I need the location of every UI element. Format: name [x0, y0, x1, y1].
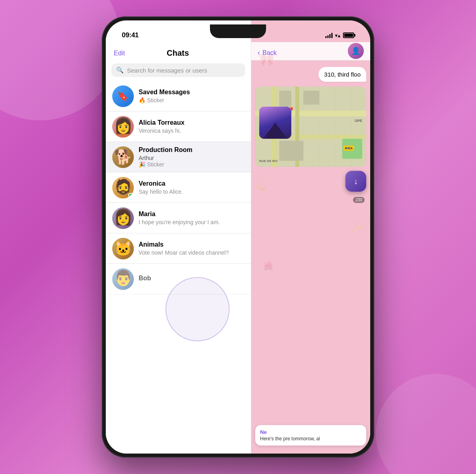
online-indicator [128, 193, 133, 198]
media-row: ↓ 230 [255, 171, 366, 205]
bookmark-icon: 🔖 [117, 91, 129, 102]
chat-item-production[interactable]: Production Room Arthur 🎉 Sticker [106, 142, 251, 172]
chat-preview-animals: Vote now! Moar cat videos channel? [139, 249, 244, 256]
avatar-saved: 🔖 [112, 85, 134, 107]
chat-preview-production: Arthur 🎉 Sticker [139, 155, 244, 168]
phone-screen: 09:41 ▾▴ Edit Chats [106, 20, 370, 454]
chat-info-maria: Maria I hope you're enjoying your I am. [139, 211, 244, 225]
chat-sticker-production: 🎉 Sticker [139, 161, 164, 168]
chat-name-alicia: Alicia Torreaux [139, 119, 244, 126]
status-icons: ▾▴ [325, 32, 354, 38]
right-content: 310, third floo [251, 61, 370, 454]
map-block-2 [303, 91, 319, 105]
chat-name-bob: Bob [139, 275, 244, 282]
chat-item-animals[interactable]: Animals Vote now! Moar cat videos channe… [106, 233, 251, 264]
address-text: 310, third floo [324, 71, 361, 78]
map-block-1 [279, 91, 291, 107]
download-count: 230 [353, 197, 365, 203]
rue-label: RUE DE RIV [259, 159, 278, 163]
wifi-icon: ▾▴ [335, 32, 341, 38]
search-placeholder: Search for messages or users [127, 67, 207, 74]
ikea-label: IKEA [345, 146, 353, 150]
chat-name-saved: Saved Messages [139, 89, 244, 96]
phone-frame: 09:41 ▾▴ Edit Chats [102, 16, 374, 458]
ikea-badge: IKEA [343, 146, 354, 151]
battery-icon [343, 32, 354, 38]
status-time: 09:41 [122, 31, 139, 39]
avatar-veronica [112, 177, 134, 199]
address-bubble: 310, third floo [319, 67, 366, 82]
chat-info-alicia: Alicia Torreaux Veronica says hi. [139, 119, 244, 134]
image-preview[interactable] [259, 107, 291, 139]
chat-item-bob[interactable]: Bob [106, 264, 251, 294]
download-button[interactable]: ↓ [345, 171, 366, 192]
chats-panel: Edit Chats 🔍 Search for messages or user… [106, 20, 251, 454]
chat-name-animals: Animals [139, 241, 244, 248]
chat-item-veronica[interactable]: Veronica Say hello to Alice. [106, 172, 251, 203]
chat-item-maria[interactable]: Maria I hope you're enjoying your I am. [106, 203, 251, 233]
search-bar[interactable]: 🔍 Search for messages or users [111, 63, 245, 77]
chat-sender-production: Arthur [139, 155, 154, 161]
chat-info-bob: Bob [139, 275, 244, 283]
chat-info-production: Production Room Arthur 🎉 Sticker [139, 146, 244, 168]
chat-preview-maria: I hope you're enjoying your I am. [139, 219, 244, 225]
chat-preview-veronica: Say hello to Alice. [139, 188, 244, 195]
signal-icon [325, 32, 333, 38]
chat-name-production: Production Room [139, 146, 244, 154]
avatar-production [112, 146, 134, 168]
chat-info-saved: Saved Messages 🔥 Sticker [139, 89, 244, 103]
count-text: 230 [355, 198, 362, 202]
notch [210, 24, 266, 38]
chat-item-alicia[interactable]: Alicia Torreaux Veronica says hi. [106, 111, 251, 142]
chats-title: Chats [125, 49, 231, 58]
download-arrow-icon: ↓ [354, 177, 358, 186]
avatar-bob [112, 268, 134, 290]
chat-avatar-icon: 👤 [351, 47, 360, 55]
chat-name-maria: Maria [139, 211, 244, 218]
right-panel: 🎀 👻 🦋 🌸 💫 ✨ 🌺 ‹ Back 👤 [251, 20, 370, 454]
avatar-animals [112, 238, 134, 259]
avatar-alicia [112, 116, 134, 138]
ope-label: OPE [355, 119, 362, 123]
message-preview-bottom[interactable]: Ne Here's the pre tommorow, al [255, 425, 366, 446]
chat-info-animals: Animals Vote now! Moar cat videos channe… [139, 241, 244, 256]
chat-info-veronica: Veronica Say hello to Alice. [139, 180, 244, 195]
chat-preview-saved: 🔥 Sticker [139, 97, 244, 103]
mountain-shape [263, 123, 287, 139]
search-icon: 🔍 [116, 67, 124, 74]
preview-title: Ne [260, 429, 361, 435]
chat-preview-alicia: Veronica says hi. [139, 128, 244, 134]
avatar-maria [112, 207, 134, 229]
map-block-4 [279, 141, 303, 161]
phone-wrapper: 09:41 ▾▴ Edit Chats [94, 12, 382, 462]
preview-text: Here's the pre tommorow, al [260, 436, 361, 442]
edit-button[interactable]: Edit [114, 50, 125, 57]
chat-name-veronica: Veronica [139, 180, 244, 187]
chat-item-saved[interactable]: 🔖 Saved Messages 🔥 Sticker [106, 81, 251, 111]
preview-image-inner [259, 107, 291, 139]
chat-list: 🔖 Saved Messages 🔥 Sticker Alicia Torrea… [106, 81, 251, 454]
